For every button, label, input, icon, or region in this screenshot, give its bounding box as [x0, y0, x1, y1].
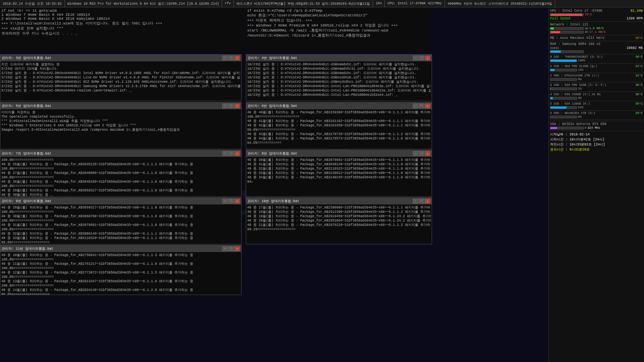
terminal-line: if exist D:#2Temp rd /q/s D:#2Temp — [247, 9, 429, 13]
taskbar-rfv: rfv — [222, 0, 234, 7]
drive-pct: 1% — [578, 87, 582, 90]
mb-temp: 50°C — [635, 37, 643, 40]
cmd-line: 49 중 10올(를) 처리하는 중 - Package_for_KB27508… — [1, 253, 240, 257]
maximize-button[interactable]: □ — [228, 104, 234, 108]
drive-pct: 9% — [578, 97, 582, 100]
minimize-button[interactable]: — — [222, 104, 228, 108]
cmd-line: 3/23번 패키지 23개를 처리합니다. — [1, 67, 240, 71]
cmd-line: Imagex /export D:#5Install#wim#Install2.… — [1, 128, 240, 132]
drive-bar-bg — [550, 78, 577, 81]
drive-label: 3 SSD : 840 PRO 52GB (C: E: F:) — [550, 83, 606, 87]
minimize-button[interactable]: — — [413, 104, 418, 108]
minimize-button[interactable]: — — [413, 199, 418, 203]
close-button[interactable]: ✕ — [234, 104, 240, 108]
drive-bar-bg — [550, 97, 577, 100]
cmd-line: 100.0%==================== — [1, 175, 240, 180]
drive-pct: 100% — [578, 59, 585, 62]
cmd-buttons: —□✕ — [222, 104, 240, 108]
maximize-button[interactable]: □ — [419, 151, 424, 156]
cmd-line: 49 중 18올(를) 처리하는 중 - Package_for_KB29123… — [247, 210, 431, 214]
terminal-line: +++ 마운트 해제하고 있습니다. +++ — [247, 18, 429, 23]
cmd-window-win4: 관리자: 4번 업데이트통합.bat—□✕10/23번 설치 중 : D:#7#… — [246, 54, 432, 101]
minimize-button[interactable]: — — [222, 246, 228, 251]
close-button[interactable]: ✕ — [425, 104, 430, 108]
cmd-titlebar: 관리자: 10번 업데이트통합.bat—□✕ — [246, 198, 432, 204]
cmd-line: 100.0%==================== — [247, 115, 431, 119]
maximize-button[interactable]: □ — [228, 151, 234, 156]
cmd-buttons: —□✕ — [413, 199, 430, 203]
taskbar-mem: 4000MHz 4코어 8스레드 스카이레이크 20160322-1년10개월2… — [445, 0, 555, 7]
maximize-button[interactable]: □ — [419, 56, 424, 60]
close-button[interactable]: ✕ — [234, 151, 240, 156]
vga-bar-fill — [550, 127, 557, 129]
cmd-titlebar: 관리자: 5번 업데이트통합.bat—□✕ — [0, 103, 241, 109]
maximize-button[interactable]: □ — [228, 199, 234, 203]
drive-meter: 100% — [550, 59, 643, 62]
cmd-line: 100.0%==================== — [1, 219, 240, 223]
taskbar-cpu: CPU: Intel i7-6700K 4217MHz — [385, 0, 445, 7]
minimize-button[interactable]: — — [413, 56, 418, 60]
terminal-line: 2 Windows 7 Home Basic K x64 IE10 Kabyla… — [1, 17, 244, 21]
cmd-line: 10/23번 설치 중 : D:#7#1st#2-DRV#x64#64bit-I… — [247, 88, 431, 93]
drive-label: 4 SSD : 830 256GB (V:) A1 B1 — [550, 93, 601, 96]
elapsed-time: 경과시간 : 0시31분20초 — [550, 147, 590, 152]
cmd-titlebar: 관리자: 9번 업데이트통합.bat—□✕ — [0, 198, 241, 204]
ram-meter — [550, 50, 643, 53]
cmd-content: 10/23번 설치 중 : D:#7#1st#2-DRV#x64#64bit-U… — [246, 61, 432, 101]
cmd-content: 49 중 17올(를) 처리하는 중 - Package_for_KB23009… — [246, 204, 432, 244]
drive-section-ssd4: 4 SSD : 830 256GB (V:) A1 B130°C9% — [550, 93, 643, 100]
drive-section-ssd5: 5 SSD : 830 128GB (K:)30°C62% — [550, 102, 643, 109]
cmd-line: 100.0%==================== — [1, 227, 240, 232]
cmd-content: 이미지를 저장하는 중The operation completed succe… — [0, 109, 241, 149]
cmd-line: 49 중 30올(를) 처리하는 중 _ — [1, 193, 240, 196]
drive-pct: 15% — [578, 68, 583, 72]
cmd-line: 49 중 41올(를) 처리하는 중 - Package_for_KB31611… — [247, 119, 431, 123]
close-button[interactable]: ✕ — [234, 56, 240, 60]
ram-section: RAM : Samsung DDR4 16G x2 32691 10602 MB — [550, 42, 643, 53]
cmd-line: 치킨 드라이버 패키지를 결합하는 중 — [1, 62, 240, 67]
taskbar-datetime: 2018.02.14 수요일 오전 10:33:02 — [0, 0, 65, 7]
close-button[interactable]: ✕ — [425, 56, 430, 60]
cmd-buttons: —□✕ — [222, 56, 240, 60]
mb-section: MB : Asus Maximus VIII Hero 50°C — [550, 36, 643, 40]
top-terminal-left: if not !k! == 11 goto:wim 1 Windows 7 Ho… — [0, 7, 245, 51]
cmd-content: 치킨 드라이버 패키지를 결합하는 중3/23번 패키지 23개를 처리합니다.… — [0, 61, 241, 101]
cmd-content: 49 중 29올(를) 처리하는 중 - Package_for_KB30593… — [0, 204, 241, 244]
cmd-line: 49 중 43올(를) 처리하는 중 - Package_for_KB31707… — [247, 132, 431, 136]
top-terminal-right: if exist D:#2Temp rd /q/s D:#2Tempecho 환… — [246, 7, 430, 51]
drive-meter: 0% — [550, 78, 643, 81]
close-button[interactable]: ✕ — [425, 199, 430, 203]
cmd-line: 96.8%=================== — [1, 292, 240, 295]
cmd-line: *** Windows 7 Enterprises K x64 160518_r… — [1, 123, 240, 128]
drive-label: 0 SSD : THNSNH256GBST (G: D:) — [550, 55, 603, 59]
maximize-button[interactable]: □ — [228, 56, 234, 60]
cmd-line: 100.0%==================== — [1, 167, 240, 171]
cmd-line: 100.0%==================== — [1, 184, 240, 188]
current-time: 작인시간 : 10시33분02초 [24시] — [550, 142, 605, 147]
drive-bar-fill — [550, 60, 577, 62]
drive-row: 3 SSD : 840 PRO 52GB (C: E: F:)30°C — [550, 83, 643, 87]
drive-bar-bg — [550, 59, 577, 62]
minimize-button[interactable]: — — [222, 151, 228, 156]
drive-bar-bg — [550, 87, 577, 90]
drive-bar-fill — [550, 69, 554, 71]
close-button[interactable]: ✕ — [425, 151, 430, 156]
terminal-line: +++ Y:\Install\wim\Install2.wim에 있는 이미지입… — [1, 21, 244, 26]
cmd-line: 10/23번 설치 중 : D:#7#1st#2-DRV#x64#64bit-U… — [247, 71, 431, 75]
close-button[interactable]: ✕ — [234, 246, 240, 251]
minimize-button[interactable]: — — [222, 199, 228, 203]
close-button[interactable]: ✕ — [234, 199, 240, 203]
drive-section-ssd3: 3 SSD : 840 PRO 52GB (C: E: F:)30°C1% — [550, 83, 643, 90]
minimize-button[interactable]: — — [413, 151, 418, 156]
minimize-button[interactable]: — — [222, 56, 228, 60]
maximize-button[interactable]: □ — [419, 104, 424, 108]
cmd-line: 49 중 30올(를) 처리하는 중 - Package_for_KB30687… — [1, 214, 240, 219]
cmd-titlebar: 관리자: 8번 업데이트통합.bat—□✕ — [246, 150, 432, 157]
divider-1 — [550, 21, 643, 22]
drive-temp: 31°C — [635, 74, 643, 77]
terminal-line: 1 Windows 7 Home Basic K x64 IE10 180214 — [1, 13, 244, 17]
network-section: Network : Intel i21 up 1.6 KB/S dn 17.1 … — [550, 23, 643, 34]
taskbar-os: Windows 10 RS3 Pro for Workstations K 64… — [65, 0, 222, 7]
maximize-button[interactable]: □ — [228, 246, 234, 251]
maximize-button[interactable]: □ — [419, 199, 424, 203]
